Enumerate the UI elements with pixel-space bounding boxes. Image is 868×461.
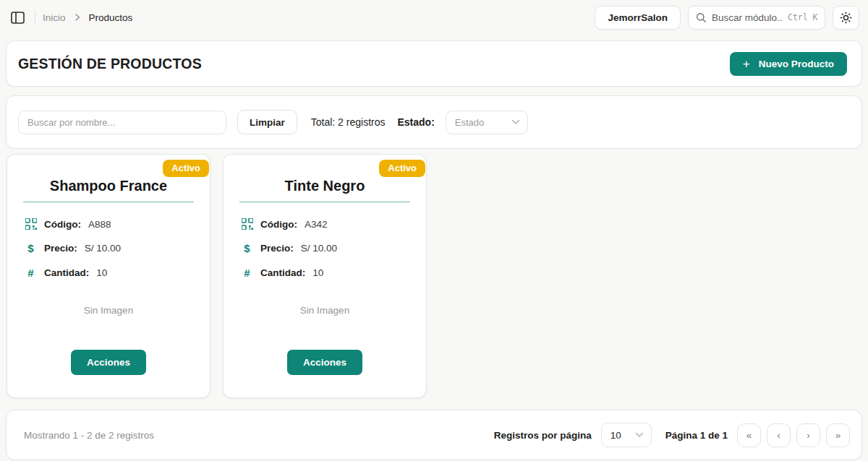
qr-code-icon [241, 218, 253, 230]
precio-value: S/ 10.00 [85, 243, 121, 254]
total-records-text: Total: 2 registros [311, 116, 386, 128]
cantidad-row: # Cantidad: 10 [25, 267, 210, 279]
new-product-button[interactable]: + Nuevo Producto [730, 52, 847, 76]
product-card: Activo Shampoo France Código: A888 [7, 154, 210, 398]
codigo-value: A342 [305, 219, 328, 230]
status-badge: Activo [163, 160, 209, 177]
codigo-label: Código: [260, 219, 297, 230]
dollar-icon: $ [25, 242, 37, 254]
hash-icon: # [25, 267, 37, 279]
product-card: Activo Tinte Negro Código: A342 [223, 154, 427, 398]
first-page-button[interactable]: « [737, 423, 761, 447]
breadcrumb-home[interactable]: Inicio [43, 12, 66, 23]
filter-bar: Limpiar Total: 2 registros Estado: Estad… [6, 95, 862, 149]
precio-value: S/ 10.00 [301, 243, 337, 254]
sun-icon [840, 12, 852, 24]
codigo-row: Código: A888 [25, 218, 210, 230]
page-info-text: Página 1 de 1 [665, 430, 728, 441]
precio-label: Precio: [260, 243, 294, 254]
codigo-row: Código: A342 [241, 218, 426, 230]
plus-icon: + [743, 58, 750, 70]
precio-label: Precio: [44, 243, 77, 254]
chevron-down-icon [511, 119, 520, 125]
codigo-label: Código: [44, 219, 81, 230]
page-header: GESTIÓN DE PRODUCTOS + Nuevo Producto [6, 40, 862, 87]
next-page-button[interactable]: › [796, 423, 820, 447]
per-page-label: Registros por página [494, 430, 592, 441]
search-shortcut-hint: Ctrl K [788, 12, 818, 22]
module-search-box[interactable]: Ctrl K [688, 6, 825, 30]
estado-select-value: Estado [455, 117, 484, 128]
sidebar-toggle-button[interactable] [7, 7, 27, 27]
pager: « ‹ › » [737, 423, 850, 447]
title-divider [23, 202, 194, 202]
breadcrumb: Inicio Productos [43, 12, 132, 23]
actions-button[interactable]: Acciones [287, 350, 362, 375]
cantidad-label: Cantidad: [260, 267, 305, 278]
search-icon [696, 12, 707, 23]
estado-select[interactable]: Estado [446, 111, 528, 134]
product-name: Tinte Negro [224, 178, 426, 194]
chevron-right-icon [73, 13, 82, 22]
precio-row: $ Precio: S/ 10.00 [241, 242, 426, 254]
sidebar-panel-icon [11, 12, 25, 24]
per-page-select[interactable]: 10 [601, 423, 652, 447]
pagination-footer: Mostrando 1 - 2 de 2 registros Registros… [6, 410, 862, 460]
precio-row: $ Precio: S/ 10.00 [25, 242, 210, 254]
no-image-text: Sin Imagen [224, 305, 426, 316]
product-name: Shampoo France [7, 178, 210, 194]
hash-icon: # [241, 267, 253, 279]
status-badge: Activo [379, 160, 425, 177]
cantidad-value: 10 [96, 267, 107, 278]
prev-page-button[interactable]: ‹ [767, 423, 791, 447]
module-search-input[interactable] [712, 12, 783, 23]
last-page-button[interactable]: » [826, 423, 850, 447]
actions-button[interactable]: Acciones [71, 350, 146, 375]
product-cards-grid: Activo Shampoo France Código: A888 [7, 154, 862, 398]
name-search-input[interactable] [18, 111, 226, 134]
qr-code-icon [25, 218, 37, 230]
codigo-value: A888 [88, 219, 111, 230]
topbar-divider [35, 10, 35, 25]
estado-filter-label: Estado: [397, 116, 434, 128]
chevron-down-icon [635, 432, 644, 438]
theme-toggle-button[interactable] [833, 6, 859, 30]
new-product-button-label: Nuevo Producto [759, 59, 834, 69]
cantidad-value: 10 [312, 267, 323, 278]
topbar: Inicio Productos JemorrSalon Ctrl K [0, 0, 868, 35]
cantidad-row: # Cantidad: 10 [241, 267, 426, 279]
clear-filters-button[interactable]: Limpiar [237, 110, 297, 134]
no-image-text: Sin Imagen [7, 305, 210, 316]
title-divider [239, 202, 410, 202]
showing-records-text: Mostrando 1 - 2 de 2 registros [24, 430, 154, 441]
tenant-button[interactable]: JemorrSalon [595, 6, 681, 30]
cantidad-label: Cantidad: [44, 267, 89, 278]
per-page-value: 10 [610, 430, 621, 441]
page-title: GESTIÓN DE PRODUCTOS [18, 56, 202, 72]
breadcrumb-current: Productos [89, 12, 133, 23]
dollar-icon: $ [241, 242, 253, 254]
